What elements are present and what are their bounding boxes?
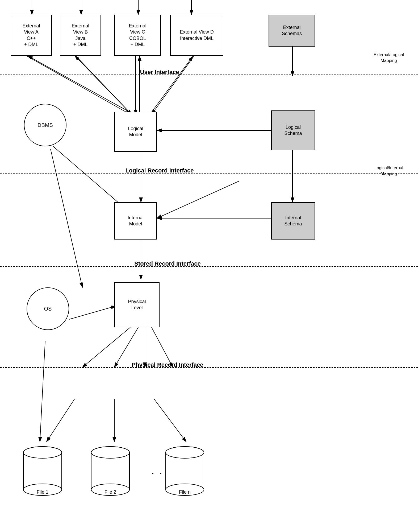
svg-point-39 [91,447,129,458]
svg-point-35 [23,447,62,458]
file-2-cylinder: File 2 [89,442,132,500]
svg-line-8 [76,56,132,114]
logical-schema: Logical Schema [271,110,315,150]
physical-level: Physical Level [114,282,160,327]
ext-logical-mapping-label: External/Logical Mapping [367,52,410,64]
ext-schemas: External Schemas [269,15,315,47]
ext-view-a: External View A C++ + DML [11,15,52,56]
logical-internal-mapping-label: Logical/Internal Mapping [367,165,410,177]
file-n-cylinder: File n [164,442,206,500]
svg-point-43 [166,447,204,458]
internal-model: Internal Model [114,202,157,240]
svg-line-13 [150,56,193,114]
svg-line-20 [157,181,239,218]
svg-line-30 [154,399,186,442]
logical-record-interface-label: Logical Record Interface [66,167,253,174]
svg-line-12 [152,56,194,114]
logical-model: Logical Model [114,112,157,152]
internal-schema: Internal Schema [271,202,315,240]
svg-line-27 [69,306,116,319]
svg-line-31 [40,341,45,442]
physical-record-interface-label: Physical Record Interface [61,361,274,368]
diagram: External View A C++ + DML External View … [0,0,418,532]
stored-record-interface-label: Stored Record Interface [74,260,261,267]
os-circle: OS [27,287,69,330]
file-n-label: File n [179,489,191,495]
file-1-cylinder: File 1 [21,442,64,500]
ext-view-c: External View C COBOL + DML [114,15,161,56]
svg-line-28 [47,399,74,442]
dbms-circle: DBMS [24,104,66,146]
ext-view-b: External View B Java + DML [60,15,101,56]
ext-view-d: External View D Interactive DML [170,15,223,56]
svg-line-9 [75,56,130,113]
file-2-label: File 2 [104,489,116,495]
file-1-label: File 1 [37,489,48,495]
user-interface-label: User Interface [93,69,226,76]
